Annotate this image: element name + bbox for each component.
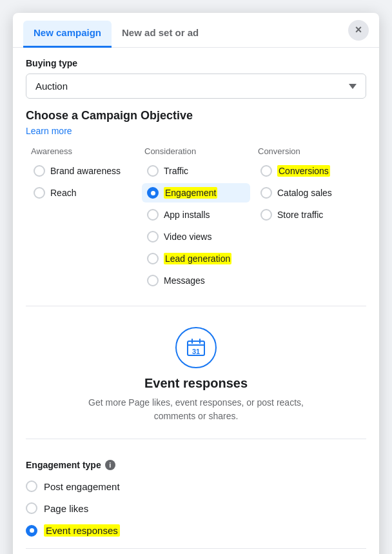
divider-1: [26, 306, 366, 306]
option-label-lead-generation: Lead generation: [164, 253, 231, 264]
learn-more-link[interactable]: Learn more: [26, 126, 72, 136]
tab-new-campaign[interactable]: New campaign: [23, 21, 112, 48]
option-label-traffic: Traffic: [164, 166, 188, 176]
radio-brand-awareness: [34, 165, 45, 177]
objective-option-app-installs[interactable]: App installs: [142, 205, 250, 224]
engagement-option-event-responses[interactable]: Event responses: [26, 520, 366, 540]
event-icon: 31: [175, 327, 217, 368]
name-campaign-row[interactable]: Name your campaign • Optional ⌄: [26, 548, 366, 554]
engagement-section: Engagement type i Post engagement Page l…: [26, 450, 366, 548]
radio-store-traffic: [260, 209, 272, 221]
buying-type-label: Buying type: [26, 58, 366, 68]
objective-option-store-traffic[interactable]: Store traffic: [255, 205, 364, 224]
option-label-conversions: Conversions: [277, 165, 330, 177]
radio-catalog-sales: [260, 187, 272, 199]
col-header-awareness: Awareness: [28, 146, 137, 156]
col-header-conversion: Conversion: [255, 146, 364, 156]
objective-option-catalog-sales[interactable]: Catalog sales: [255, 183, 364, 203]
engagement-label-post: Post engagement: [44, 481, 120, 492]
option-label-store-traffic: Store traffic: [277, 210, 323, 220]
close-button[interactable]: ×: [348, 20, 369, 41]
radio-event-responses: [26, 525, 37, 537]
objective-option-video-views[interactable]: Video views: [142, 227, 250, 246]
modal-header: New campaign New ad set or ad ×: [13, 13, 379, 48]
option-label-app-installs: App installs: [164, 210, 210, 220]
col-header-consideration: Consideration: [142, 146, 250, 156]
buying-type-select[interactable]: Auction: [26, 74, 366, 99]
objective-option-messages[interactable]: Messages: [142, 271, 250, 290]
engagement-type-label: Engagement type i: [26, 460, 366, 470]
engagement-label-page-likes: Page likes: [44, 503, 88, 514]
svg-text:31: 31: [192, 348, 200, 355]
radio-app-installs: [147, 209, 159, 221]
objective-grid: Awareness Brand awareness Reach Consider…: [26, 146, 366, 293]
option-label-reach: Reach: [50, 188, 76, 198]
objective-option-reach[interactable]: Reach: [28, 183, 137, 203]
radio-video-views: [147, 231, 159, 242]
objective-col-consideration: Consideration Traffic Engagement App ins…: [139, 146, 253, 293]
event-section: 31 Event responses Get more Page likes, …: [26, 317, 366, 433]
objective-option-traffic[interactable]: Traffic: [142, 161, 250, 181]
radio-conversions: [260, 165, 272, 177]
objective-option-conversions[interactable]: Conversions: [255, 161, 364, 181]
objective-col-conversion: Conversion Conversions Catalog sales Sto…: [253, 146, 366, 293]
objective-col-awareness: Awareness Brand awareness Reach: [26, 146, 139, 293]
objective-title: Choose a Campaign Objective: [26, 109, 366, 123]
event-desc: Get more Page likes, event responses, or…: [74, 396, 318, 423]
event-title: Event responses: [39, 376, 353, 391]
option-label-catalog-sales: Catalog sales: [277, 188, 332, 198]
modal-body: Buying type Auction Choose a Campaign Ob…: [13, 48, 379, 554]
radio-reach: [34, 187, 45, 199]
info-icon[interactable]: i: [105, 460, 115, 470]
objective-option-engagement[interactable]: Engagement: [142, 183, 250, 203]
radio-lead-generation: [147, 253, 159, 264]
radio-messages: [147, 275, 159, 286]
divider-2: [26, 439, 366, 439]
objective-option-lead-generation[interactable]: Lead generation: [142, 249, 250, 268]
engagement-option-page-likes[interactable]: Page likes: [26, 499, 366, 518]
tab-new-ad[interactable]: New ad set or ad: [112, 21, 209, 48]
engagement-option-post[interactable]: Post engagement: [26, 477, 366, 496]
objective-option-brand-awareness[interactable]: Brand awareness: [28, 161, 137, 181]
option-label-video-views: Video views: [164, 232, 211, 242]
radio-engagement: [147, 187, 159, 199]
radio-traffic: [147, 165, 159, 177]
engagement-label-event-responses: Event responses: [44, 524, 120, 537]
option-label-engagement: Engagement: [164, 187, 217, 199]
option-label-brand-awareness: Brand awareness: [50, 166, 121, 176]
radio-post-engagement: [26, 480, 37, 492]
option-label-messages: Messages: [164, 275, 205, 286]
radio-page-likes: [26, 502, 37, 514]
modal-container: New campaign New ad set or ad × Buying t…: [13, 13, 379, 554]
